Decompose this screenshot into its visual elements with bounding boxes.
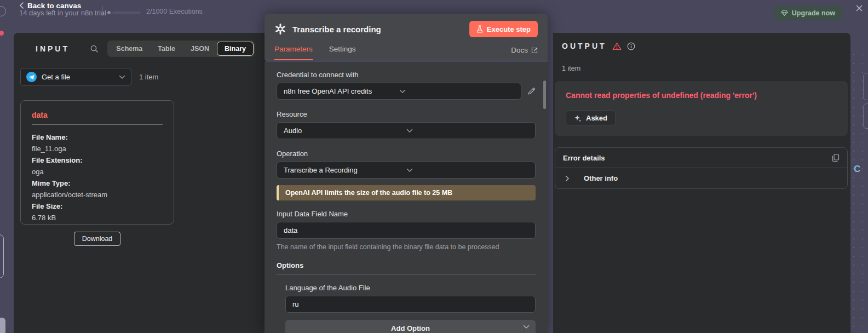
binary-row-label: File Name:	[32, 131, 163, 143]
docs-link[interactable]: Docs	[511, 46, 538, 60]
tab-json[interactable]: JSON	[183, 42, 217, 56]
executions-count-text: 2/1000 Executions	[146, 8, 203, 15]
node-modal-tabs: Parameters Settings Docs	[274, 42, 538, 60]
edit-credential-pencil-icon[interactable]	[527, 87, 536, 95]
binary-row-label: File Extension:	[32, 154, 163, 166]
input-source-value: Get a file	[42, 73, 114, 81]
docs-label: Docs	[511, 46, 528, 54]
search-icon[interactable]	[90, 44, 99, 53]
credential-select[interactable]: n8n free OpenAI API credits	[277, 83, 521, 100]
canvas-partial-card-left	[0, 234, 4, 278]
tab-binary[interactable]: Binary	[217, 42, 254, 56]
credential-label: Credential to connect with	[277, 71, 536, 79]
canvas-partial-control-right-1	[863, 73, 868, 100]
error-details-row: Error details	[555, 148, 847, 168]
flask-icon	[476, 25, 483, 33]
input-data-field-help-text: The name of the input field containing t…	[277, 243, 536, 251]
warning-triangle-icon	[612, 42, 622, 50]
binary-data-card: data File Name: file_11.oga File Extensi…	[20, 100, 174, 225]
gem-icon	[781, 10, 788, 16]
tab-table[interactable]: Table	[150, 42, 183, 56]
output-items-count: 1 item	[553, 50, 850, 72]
output-panel-title: OUTPUT	[562, 42, 607, 50]
copy-icon[interactable]	[832, 154, 840, 162]
chevron-down-icon	[119, 75, 125, 79]
chevron-right-icon	[565, 175, 570, 182]
close-icon[interactable]	[855, 4, 864, 13]
upgrade-now-label: Upgrade now	[792, 9, 835, 17]
output-error-card: Cannot read properties of undefined (rea…	[555, 81, 848, 136]
telegram-icon	[26, 72, 37, 82]
error-details-card: Error details Other info	[555, 147, 848, 189]
node-parameters-body: Credential to connect with n8n free Open…	[265, 62, 548, 333]
input-panel: INPUT Schema Table JSON Binary Get a fil…	[14, 33, 266, 333]
sparkle-icon	[574, 114, 582, 122]
node-title: Transcribe a recording	[292, 25, 463, 34]
other-info-toggle[interactable]: Other info	[555, 168, 847, 188]
output-error-message: Cannot read properties of undefined (rea…	[566, 91, 837, 100]
resource-label: Resource	[277, 110, 536, 118]
binary-row-label: File Size:	[32, 200, 163, 212]
openai-logo-icon	[274, 23, 286, 35]
asked-button[interactable]: Asked	[566, 110, 616, 126]
operation-value: Transcribe a Recording	[284, 166, 406, 174]
input-view-tab-group: Schema Table JSON Binary	[107, 41, 255, 57]
operation-select[interactable]: Transcribe a Recording	[277, 162, 536, 179]
canvas-partial-node-label: C	[854, 164, 860, 175]
operation-label: Operation	[277, 150, 536, 158]
input-data-field-name-label: Input Data Field Name	[277, 210, 536, 218]
chevron-down-icon	[523, 325, 530, 329]
node-settings-modal: Transcribe a recording Execute step Para…	[265, 14, 548, 333]
language-input[interactable]	[285, 296, 536, 313]
external-link-icon	[531, 47, 538, 54]
back-arrow-icon[interactable]	[18, 2, 26, 9]
execute-step-label: Execute step	[487, 25, 531, 33]
executions-progress-bar	[112, 12, 141, 14]
binary-card-divider	[32, 124, 163, 125]
options-group: Language of the Audio File Add Option	[277, 284, 536, 333]
binary-row-value: file_11.oga	[32, 143, 163, 154]
tab-settings[interactable]: Settings	[329, 45, 356, 60]
info-circle-icon[interactable]	[627, 42, 635, 50]
input-source-select[interactable]: Get a file	[20, 68, 131, 86]
other-info-label: Other info	[584, 174, 618, 182]
options-section-label: Options	[277, 261, 536, 275]
credential-value: n8n free OpenAI API credits	[284, 87, 399, 95]
language-label: Language of the Audio File	[285, 284, 536, 292]
binary-row-label: Mime Type:	[32, 177, 163, 189]
output-panel-header: OUTPUT	[553, 33, 850, 50]
input-source-row: Get a file 1 item	[20, 68, 266, 86]
resource-select[interactable]: Audio	[277, 122, 536, 139]
file-size-limit-notice: OpenAI API limits the size of the audio …	[277, 185, 536, 200]
modal-scrollbar-thumb[interactable]	[543, 81, 546, 109]
trial-days-left-text: 14 days left in your n8n trial	[19, 9, 106, 17]
n8n-node-detail-view: C Back to canvas 14 days left in your n8…	[0, 0, 868, 333]
topbar-divider	[102, 6, 103, 16]
execute-step-button[interactable]: Execute step	[469, 21, 538, 37]
add-option-label: Add Option	[391, 324, 430, 332]
input-panel-title: INPUT	[36, 44, 70, 53]
chevron-down-icon	[406, 129, 529, 133]
error-details-label: Error details	[563, 154, 832, 162]
canvas-partial-panel-bottom-left	[0, 318, 5, 333]
download-button[interactable]: Download	[74, 232, 121, 246]
add-option-button[interactable]: Add Option	[285, 320, 536, 333]
input-items-count: 1 item	[139, 73, 158, 81]
asked-label: Asked	[586, 114, 607, 122]
chevron-down-icon	[406, 168, 529, 173]
upgrade-now-button[interactable]: Upgrade now	[774, 6, 842, 20]
input-panel-header: INPUT Schema Table JSON Binary	[14, 33, 266, 57]
input-data-field-name-input[interactable]	[277, 222, 536, 239]
binary-row-value: 6.78 kB	[32, 212, 163, 223]
binary-row-value: oga	[32, 166, 163, 177]
executions-progress-dot	[107, 11, 111, 14]
tab-parameters[interactable]: Parameters	[274, 45, 313, 60]
binary-row-value: application/octet-stream	[32, 189, 163, 200]
resource-value: Audio	[284, 127, 406, 135]
output-panel: OUTPUT 1 item Cannot read properties of …	[553, 33, 850, 333]
node-modal-header: Transcribe a recording Execute step Para…	[265, 14, 548, 60]
chevron-down-icon	[399, 89, 515, 94]
canvas-partial-control-right-2	[863, 104, 868, 129]
tab-schema[interactable]: Schema	[108, 42, 150, 56]
binary-field-name: data	[32, 111, 163, 119]
